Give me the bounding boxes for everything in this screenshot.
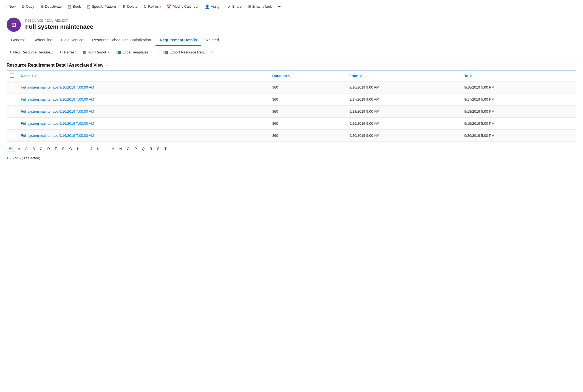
page-letter-O[interactable]: O bbox=[124, 146, 132, 152]
page-letter-M[interactable]: M bbox=[109, 146, 117, 152]
row-name-link[interactable]: Full system maintenace 9/16/2019 7:00:00… bbox=[21, 121, 94, 126]
row-checkbox-3[interactable] bbox=[10, 121, 14, 125]
page-letter-S[interactable]: S bbox=[155, 146, 162, 152]
select-all-header bbox=[7, 70, 18, 81]
row-name-link[interactable]: Full system maintenace 9/16/2019 7:00:00… bbox=[21, 97, 94, 101]
name-filter-icon[interactable]: ▽ bbox=[34, 74, 36, 78]
delete-button[interactable]: 🗑 Delete bbox=[119, 3, 140, 10]
sub-refresh-button[interactable]: ↻ Refresh bbox=[57, 49, 80, 56]
page-letter-J[interactable]: J bbox=[88, 146, 95, 152]
to-filter-icon[interactable]: ▽ bbox=[469, 74, 472, 78]
modify-calendar-label: Modify Calendar bbox=[173, 4, 199, 8]
book-button[interactable]: ▦ Book bbox=[65, 3, 84, 10]
duration-filter-icon[interactable]: ▽ bbox=[288, 74, 290, 78]
page-letter-F[interactable]: F bbox=[60, 146, 67, 152]
excel-templates-label: Excel Templates bbox=[123, 50, 148, 54]
from-col-label: From bbox=[349, 74, 358, 78]
tab-field-service[interactable]: Field Service bbox=[57, 35, 88, 46]
page-letter-A[interactable]: A bbox=[23, 146, 30, 152]
row-to-cell: 9/17/2019 5:00 PM bbox=[461, 93, 576, 106]
table-row: Full system maintenace 9/16/2019 7:00:00… bbox=[7, 118, 576, 130]
page-letter-H[interactable]: H bbox=[75, 146, 82, 152]
run-report-button[interactable]: ▦ Run Report ▾ bbox=[80, 49, 112, 56]
excel-icon: x▦ bbox=[116, 50, 121, 54]
row-from-cell: 9/19/2019 9:00 AM bbox=[346, 118, 461, 130]
row-name-link[interactable]: Full system maintenace 9/16/2019 7:00:00… bbox=[21, 85, 94, 89]
share-icon: ↗ bbox=[228, 4, 231, 9]
book-icon: ▦ bbox=[68, 4, 71, 9]
page-letter-N[interactable]: N bbox=[117, 146, 124, 152]
assign-label: Assign bbox=[211, 4, 222, 8]
page-letter-R[interactable]: R bbox=[147, 146, 154, 152]
table-row: Full system maintenace 9/16/2019 7:00:00… bbox=[7, 106, 576, 118]
table-row: Full system maintenace 9/16/2019 7:00:00… bbox=[7, 81, 576, 93]
copy-button[interactable]: ⧉ Copy bbox=[19, 2, 37, 10]
page-letter-T[interactable]: T bbox=[162, 146, 169, 152]
refresh-button[interactable]: ↻ Refresh bbox=[141, 3, 163, 10]
row-checkbox-cell bbox=[7, 81, 18, 93]
excel-templates-button[interactable]: x▦ Excel Templates ▾ bbox=[113, 49, 155, 56]
row-name-cell: Full system maintenace 9/16/2019 7:00:00… bbox=[18, 81, 269, 93]
share-button[interactable]: ↗ Share bbox=[225, 3, 245, 10]
plus-icon: + bbox=[5, 4, 7, 9]
page-letter-All[interactable]: All bbox=[7, 145, 16, 152]
export-button[interactable]: x▦ Export Resource Requi... ▾ bbox=[160, 49, 215, 56]
tab-scheduling[interactable]: Scheduling bbox=[29, 35, 57, 46]
page-letter-P[interactable]: P bbox=[132, 146, 139, 152]
page-letter-E[interactable]: E bbox=[53, 146, 60, 152]
row-duration-cell: 360 bbox=[269, 130, 346, 142]
row-checkbox-4[interactable] bbox=[10, 133, 14, 137]
resource-requirement-table: Name ↑ ▽ Duration ▽ From ▽ bbox=[7, 70, 576, 142]
col-header-to: To ▽ bbox=[461, 70, 576, 81]
tab-resource-scheduling[interactable]: Resource Scheduling Optimization bbox=[88, 35, 155, 46]
view-chevron-icon[interactable]: ⌄ bbox=[106, 63, 108, 67]
from-filter-icon[interactable]: ▽ bbox=[360, 74, 362, 78]
row-name-cell: Full system maintenace 9/16/2019 7:00:00… bbox=[18, 93, 269, 106]
row-checkbox-0[interactable] bbox=[10, 85, 14, 89]
export-chevron: ▾ bbox=[211, 51, 213, 54]
email-link-button[interactable]: ✉ Email a Link bbox=[245, 3, 274, 10]
share-label: Share bbox=[232, 4, 242, 8]
specify-pattern-button[interactable]: ▤ Specify Pattern bbox=[84, 3, 119, 10]
table-row: Full system maintenace 9/16/2019 7:00:00… bbox=[7, 93, 576, 106]
deactivate-button[interactable]: ✖ Deactivate bbox=[38, 3, 64, 10]
new-button[interactable]: + New bbox=[2, 3, 18, 10]
page-letter-G[interactable]: G bbox=[67, 146, 74, 152]
select-all-checkbox[interactable] bbox=[10, 73, 14, 78]
sub-toolbar: + New Resource Require... ↻ Refresh ▦ Ru… bbox=[0, 46, 583, 58]
row-to-cell: 9/20/2019 5:00 PM bbox=[461, 130, 576, 142]
tab-general[interactable]: General bbox=[7, 35, 29, 46]
sub-separator bbox=[157, 49, 157, 55]
page-letter-L[interactable]: L bbox=[102, 146, 109, 152]
table-body: Full system maintenace 9/16/2019 7:00:00… bbox=[7, 81, 576, 142]
row-duration-cell: 360 bbox=[269, 118, 346, 130]
page-letter-K[interactable]: K bbox=[95, 146, 102, 152]
tab-requirement-details[interactable]: Requirement Details bbox=[155, 35, 201, 46]
row-name-cell: Full system maintenace 9/16/2019 7:00:00… bbox=[18, 118, 269, 130]
page-letter-D[interactable]: D bbox=[45, 146, 52, 152]
excel-chevron: ▾ bbox=[150, 51, 152, 54]
assign-button[interactable]: 👤 Assign bbox=[202, 3, 224, 10]
tab-related[interactable]: Related bbox=[201, 35, 223, 46]
page-letter-C[interactable]: C bbox=[38, 146, 44, 152]
page-letter-#[interactable]: # bbox=[16, 146, 22, 152]
row-checkbox-2[interactable] bbox=[10, 109, 14, 113]
pagination-bar: All#ABCDEFGHIJKLMNOPQRST bbox=[0, 142, 583, 154]
page-letter-Q[interactable]: Q bbox=[140, 146, 147, 152]
view-header: Resource Requirement Detail Associated V… bbox=[0, 58, 583, 70]
copy-icon: ⧉ bbox=[22, 4, 24, 9]
row-name-link[interactable]: Full system maintenace 9/16/2019 7:00:00… bbox=[21, 109, 94, 113]
record-info: RESOURCE REQUIREMENT Full system mainten… bbox=[25, 19, 93, 30]
deactivate-icon: ✖ bbox=[40, 4, 44, 9]
deactivate-label: Deactivate bbox=[45, 4, 62, 8]
more-button[interactable]: ⋯ bbox=[275, 3, 284, 10]
name-sort-icon[interactable]: ↑ bbox=[32, 74, 33, 78]
row-checkbox-1[interactable] bbox=[10, 97, 14, 101]
run-report-icon: ▦ bbox=[83, 50, 86, 54]
duration-col-label: Duration bbox=[272, 74, 287, 78]
page-letter-B[interactable]: B bbox=[30, 146, 37, 152]
modify-calendar-button[interactable]: 📅 Modify Calendar bbox=[164, 3, 202, 10]
new-resource-require-button[interactable]: + New Resource Require... bbox=[7, 48, 56, 56]
page-letter-I[interactable]: I bbox=[82, 146, 88, 152]
row-name-link[interactable]: Full system maintenace 9/16/2019 7:00:00… bbox=[21, 133, 94, 138]
